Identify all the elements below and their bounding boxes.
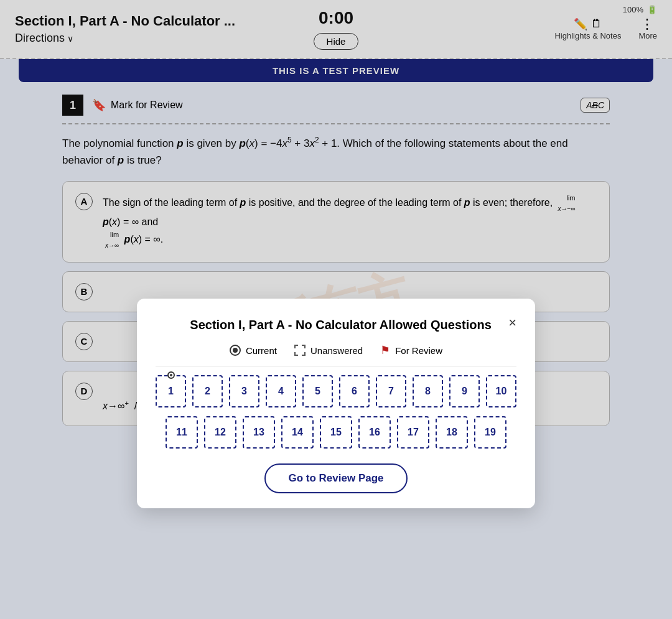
current-icon: [230, 345, 241, 356]
legend-current: Current: [230, 343, 277, 357]
question-btn-5[interactable]: 5: [302, 375, 333, 407]
unanswered-icon: [294, 345, 306, 356]
question-btn-19[interactable]: 19: [474, 416, 506, 449]
question-btn-14[interactable]: 14: [281, 416, 314, 449]
question-btn-1[interactable]: 1: [156, 375, 186, 407]
question-btn-16[interactable]: 16: [358, 416, 391, 449]
modal-legend: Current Unanswered ⚑ For Review: [156, 343, 516, 366]
legend-unanswered: Unanswered: [294, 343, 363, 357]
question-btn-12[interactable]: 12: [204, 416, 236, 449]
modal-overlay: Section I, Part A - No Calculator Allowe…: [0, 0, 672, 619]
question-btn-3[interactable]: 3: [229, 375, 259, 407]
modal-close-button[interactable]: ×: [508, 316, 516, 330]
question-row-1: 12345678910: [156, 375, 516, 407]
question-btn-2[interactable]: 2: [192, 375, 223, 407]
modal-title: Section I, Part A - No Calculator Allowe…: [173, 316, 508, 333]
question-row-2: 111213141516171819: [156, 416, 516, 449]
question-btn-17[interactable]: 17: [397, 416, 429, 449]
go-to-review-area: Go to Review Page: [156, 463, 516, 493]
unanswered-label: Unanswered: [310, 345, 363, 356]
navigation-modal: Section I, Part A - No Calculator Allowe…: [137, 299, 535, 508]
question-btn-15[interactable]: 15: [320, 416, 352, 449]
current-label: Current: [246, 345, 277, 356]
go-to-review-button[interactable]: Go to Review Page: [264, 463, 407, 493]
question-btn-7[interactable]: 7: [376, 375, 406, 407]
question-btn-10[interactable]: 10: [486, 375, 516, 407]
review-flag-icon: ⚑: [380, 343, 390, 357]
modal-header: Section I, Part A - No Calculator Allowe…: [156, 316, 516, 333]
question-btn-4[interactable]: 4: [266, 375, 296, 407]
question-btn-13[interactable]: 13: [243, 416, 275, 449]
question-btn-9[interactable]: 9: [449, 375, 480, 407]
question-btn-6[interactable]: 6: [339, 375, 370, 407]
question-grid: 12345678910 111213141516171819: [156, 375, 516, 449]
question-btn-8[interactable]: 8: [413, 375, 443, 407]
legend-review: ⚑ For Review: [380, 343, 442, 357]
question-btn-18[interactable]: 18: [436, 416, 468, 449]
question-btn-11[interactable]: 11: [166, 416, 198, 449]
review-label: For Review: [395, 345, 442, 356]
